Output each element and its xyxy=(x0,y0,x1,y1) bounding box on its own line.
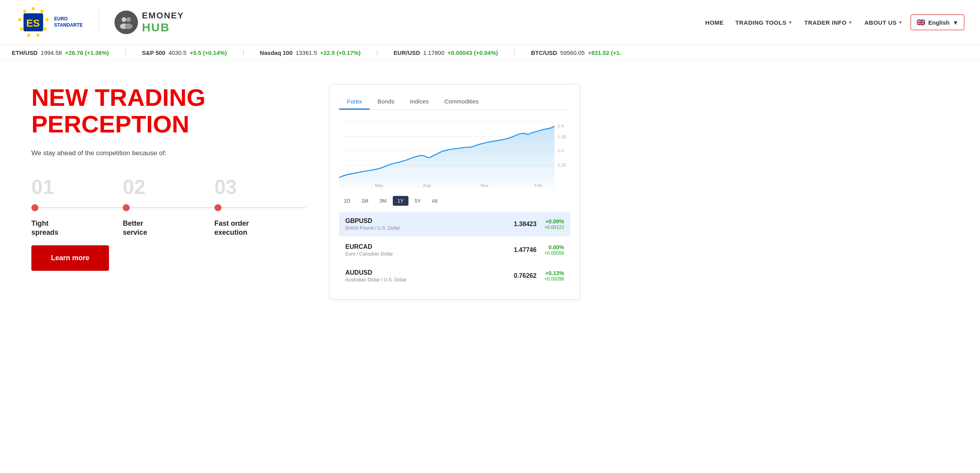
language-dropdown-arrow: ▼ xyxy=(953,19,958,26)
nav-trader-info[interactable]: TRADER INFO ▼ xyxy=(804,19,853,26)
ticker-item: ETH/USD 1994.58 +26.76 (+1.36%) xyxy=(12,49,109,56)
chart-tabs: Forex Bonds Indices Commodities xyxy=(339,94,570,110)
hero-subtitle: We stay ahead of the competition because… xyxy=(31,149,306,157)
step-2-dot xyxy=(123,204,130,211)
filter-5y[interactable]: 5Y xyxy=(410,196,426,206)
ticker-price: 4030.5 xyxy=(169,49,187,56)
emoney-text: EMONEY HUB xyxy=(142,11,184,33)
change-abs-gbpusd: +0.00123 xyxy=(544,225,564,230)
about-us-arrow: ▼ xyxy=(898,20,903,25)
ticker-change: +26.76 (+1.36%) xyxy=(65,49,109,56)
main-nav: HOME TRADING TOOLS ▼ TRADER INFO ▼ ABOUT… xyxy=(705,19,903,26)
trader-info-arrow: ▼ xyxy=(848,20,853,25)
ticker-change: +831.52 (+1. xyxy=(588,49,621,56)
emoney-hub-logo[interactable]: EMONEY HUB xyxy=(98,11,184,34)
svg-text:May: May xyxy=(375,183,383,188)
filter-all[interactable]: All xyxy=(427,196,442,206)
tab-indices[interactable]: Indices xyxy=(402,94,437,110)
currency-info-audusd: AUDUSD Australian Dollar / U.S. Dollar xyxy=(345,269,514,283)
svg-point-11 xyxy=(122,17,126,22)
ticker-change: +22.5 (+0.17%) xyxy=(320,49,360,56)
nav-trading-tools[interactable]: TRADING TOOLS ▼ xyxy=(735,19,793,26)
svg-text:1.25: 1.25 xyxy=(557,162,566,167)
emoney-label: EMONEY xyxy=(142,11,184,20)
currency-name-audusd: Australian Dollar / U.S. Dollar xyxy=(345,277,514,283)
svg-point-12 xyxy=(126,17,131,22)
svg-point-6 xyxy=(20,27,23,31)
tab-bonds[interactable]: Bonds xyxy=(370,94,402,110)
es-logo-icon: ES xyxy=(16,5,51,40)
language-label: English xyxy=(928,19,949,26)
svg-text:1.3: 1.3 xyxy=(557,148,564,152)
nav-home[interactable]: HOME xyxy=(705,19,724,26)
chart-area: 1.4 1.35 1.3 1.25 May Aug Nov Feb xyxy=(339,114,570,192)
main-content: NEW TRADING PERCEPTION We stay ahead of … xyxy=(0,61,980,374)
step-1-label: Tightspreads xyxy=(31,219,58,237)
ticker-price: 59560.05 xyxy=(560,49,585,56)
ticker-name: ETH/USD xyxy=(12,49,38,56)
tab-commodities[interactable]: Commodities xyxy=(436,94,486,110)
currency-price-audusd: 0.76262 xyxy=(514,272,537,279)
currency-row-eurcad[interactable]: EURCAD Euro / Canadian Dollar 1.47746 0.… xyxy=(339,238,570,262)
step-2-line xyxy=(130,207,214,208)
ticker-item: S&P 500 4030.5 +5.5 (+0.14%) xyxy=(142,49,227,56)
step-2: 02 Betterservice xyxy=(123,177,214,237)
ticker-item: Nasdaq 100 13361.5 +22.5 (+0.17%) xyxy=(260,49,361,56)
filter-1y[interactable]: 1Y xyxy=(393,196,408,206)
currency-symbol-eurcad: EURCAD xyxy=(345,243,514,250)
ticker-sep: | xyxy=(243,49,244,56)
nav-about-us[interactable]: ABOUT US ▼ xyxy=(864,19,903,26)
ticker-change: +0.00043 (+0.04%) xyxy=(448,49,498,56)
currency-row-gbpusd[interactable]: GBPUSD British Pound / U.S. Dollar 1.384… xyxy=(339,212,570,236)
people-icon xyxy=(118,14,134,30)
currency-symbol-audusd: AUDUSD xyxy=(345,269,514,276)
svg-text:Aug: Aug xyxy=(423,183,431,188)
filter-1m[interactable]: 1M xyxy=(357,196,373,206)
es-brand-text: EUROSTANDARTE xyxy=(54,16,83,28)
currency-price-gbpusd: 1.38423 xyxy=(514,221,537,228)
ticker-sep: | xyxy=(514,49,515,56)
svg-text:Nov: Nov xyxy=(481,183,488,188)
chart-svg: 1.4 1.35 1.3 1.25 May Aug Nov Feb xyxy=(339,114,570,192)
ticker-price: 1.17800 xyxy=(423,49,445,56)
time-filters: 1D 1M 3M 1Y 5Y All xyxy=(339,196,570,206)
svg-text:ES: ES xyxy=(26,17,40,29)
step-2-label: Betterservice xyxy=(123,219,147,237)
ticker-name: Nasdaq 100 xyxy=(260,49,292,56)
step-3-label: Fast orderexecution xyxy=(214,219,249,237)
es-logo[interactable]: ES EUROSTANDARTE xyxy=(16,5,83,40)
filter-3m[interactable]: 3M xyxy=(375,196,391,206)
trading-tools-arrow: ▼ xyxy=(788,20,792,25)
svg-point-5 xyxy=(27,34,30,37)
ticker-inner: ETH/USD 1994.58 +26.76 (+1.36%) | S&P 50… xyxy=(0,49,633,56)
step-3-dot xyxy=(214,204,221,211)
svg-point-1 xyxy=(40,10,44,13)
currency-info-gbpusd: GBPUSD British Pound / U.S. Dollar xyxy=(345,217,514,231)
svg-point-3 xyxy=(44,27,47,31)
change-abs-audusd: +0.00098 xyxy=(544,276,564,282)
step-3: 03 Fast orderexecution xyxy=(214,177,306,237)
left-panel: NEW TRADING PERCEPTION We stay ahead of … xyxy=(31,84,306,271)
language-selector[interactable]: 🇬🇧 English ▼ xyxy=(911,14,964,30)
ticker-item: BTC/USD 59560.05 +831.52 (+1. xyxy=(531,49,621,56)
tab-forex[interactable]: Forex xyxy=(339,94,370,110)
currency-name-gbpusd: British Pound / U.S. Dollar xyxy=(345,225,514,231)
emoney-icon xyxy=(114,11,138,34)
ticker-name: EUR/USD xyxy=(394,49,420,56)
hub-label: HUB xyxy=(142,21,184,34)
svg-point-14 xyxy=(125,24,132,29)
currency-row-audusd[interactable]: AUDUSD Australian Dollar / U.S. Dollar 0… xyxy=(339,264,570,288)
steps-container: 01 Tightspreads 02 Betterservice 03 xyxy=(31,177,306,237)
filter-1d[interactable]: 1D xyxy=(339,196,355,206)
currency-symbol-gbpusd: GBPUSD xyxy=(345,217,514,225)
ticker-sep: | xyxy=(125,49,126,56)
learn-more-button[interactable]: Learn more xyxy=(31,245,109,271)
svg-point-8 xyxy=(23,10,26,13)
svg-point-4 xyxy=(36,34,40,37)
change-pct-eurcad: 0.00% xyxy=(544,244,564,250)
currency-change-eurcad: 0.00% +0.00006 xyxy=(544,244,564,256)
ticker-change: +5.5 (+0.14%) xyxy=(190,49,227,56)
step-3-number: 03 xyxy=(214,177,237,197)
step-1-dot xyxy=(31,204,38,211)
flag-icon: 🇬🇧 xyxy=(916,18,925,27)
